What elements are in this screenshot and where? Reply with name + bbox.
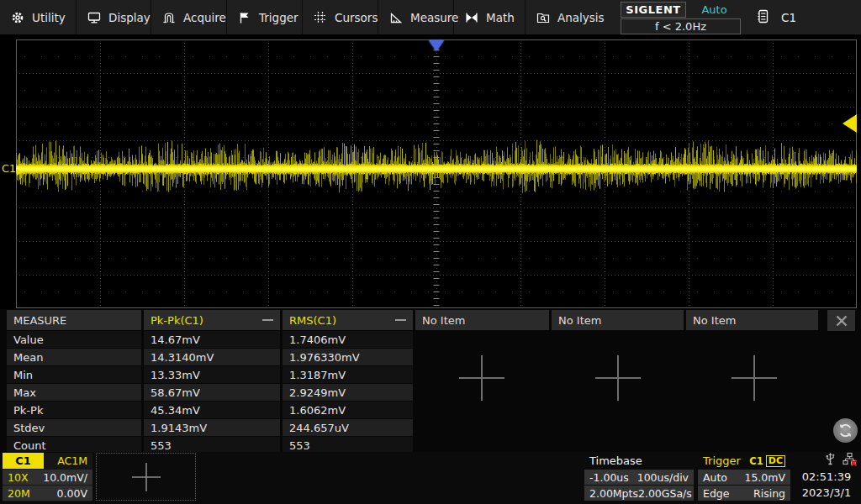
clock-time[interactable]: 02:51:39 xyxy=(794,469,859,485)
timebase-memdepth: 2.00Mpts xyxy=(589,487,638,500)
measure-title: MEASURE xyxy=(7,310,141,330)
acquisition-mode-badge[interactable]: Auto xyxy=(688,2,741,18)
clipboard-icon xyxy=(756,9,769,26)
acquire-icon xyxy=(162,11,176,24)
measure-column-rms-label: RMS(C1) xyxy=(289,314,336,327)
channel-1-header: C1 AC1M xyxy=(3,453,92,469)
timebase-delay: -1.00us xyxy=(589,471,629,484)
menu-math[interactable]: Math xyxy=(454,0,526,34)
stat-value: 2.9249mV xyxy=(283,384,413,401)
measure-column-pkpk-label: Pk-Pk(C1) xyxy=(151,314,203,327)
menu-analysis-label: Analysis xyxy=(557,11,605,24)
menu-analysis[interactable]: Analysis xyxy=(526,0,614,34)
stat-label: Pk-Pk xyxy=(7,402,141,418)
plus-icon xyxy=(457,354,506,402)
clock-date[interactable]: 2023/3/1 xyxy=(794,485,859,501)
measure-column-empty-2[interactable]: No Item xyxy=(552,310,684,330)
stat-value: 14.67mV xyxy=(144,331,280,348)
usb-icon[interactable] xyxy=(824,452,837,470)
active-channel-indicator[interactable]: C1 xyxy=(756,0,796,34)
channel-offset-marker[interactable]: C1 xyxy=(2,162,22,175)
trigger-level-marker[interactable] xyxy=(843,114,857,133)
menu-cursors-label: Cursors xyxy=(335,11,378,24)
measure-column-pkpk[interactable]: Pk-Pk(C1) xyxy=(144,310,280,330)
channel-1-bandwidth: 20M xyxy=(8,487,30,500)
measure-column-empty-3[interactable]: No Item xyxy=(686,310,818,330)
display-icon xyxy=(87,11,101,24)
stat-value: 1.6062mV xyxy=(283,402,413,418)
timebase-descriptor[interactable]: Timebase -1.00us 100us/div 2.00Mpts 2.00… xyxy=(584,453,694,501)
menu-math-label: Math xyxy=(486,11,515,24)
measure-column-rms[interactable]: RMS(C1) xyxy=(283,310,413,330)
plus-icon xyxy=(129,460,163,494)
trigger-title-row: Trigger C1 DC xyxy=(698,453,790,469)
add-measure-slot-2[interactable] xyxy=(593,353,643,403)
close-measure-button[interactable] xyxy=(827,310,855,331)
trigger-slope: Rising xyxy=(753,487,785,500)
scope-display: C1 xyxy=(0,36,861,309)
menu-cursors[interactable]: Cursors xyxy=(303,0,378,34)
channel-1-offset: 0.00V xyxy=(57,487,87,500)
lan-disconnected-icon[interactable] xyxy=(843,452,857,470)
channel-1-coupling: AC1M xyxy=(44,454,92,467)
flag-icon xyxy=(238,11,251,24)
timebase-title: Timebase xyxy=(584,453,694,469)
stat-value: 1.7406mV xyxy=(283,331,413,348)
trigger-descriptor[interactable]: Trigger C1 DC Auto 15.0mV Edge Rising xyxy=(698,453,790,501)
menu-trigger-label: Trigger xyxy=(259,11,298,24)
analysis-icon xyxy=(536,11,550,24)
trigger-mode: Auto xyxy=(703,471,727,484)
trigger-source: C1 DC xyxy=(749,455,785,467)
bottom-status-bar: C1 AC1M 10X 10.0mV/ 20M 0.00V Timebase -… xyxy=(0,452,861,504)
menu-measure-label: Measure xyxy=(410,11,458,24)
trigger-frequency-readout: f < 2.0Hz xyxy=(621,18,741,34)
stat-value: 1.9143mV xyxy=(144,419,280,436)
stat-label: Count xyxy=(7,437,141,454)
stat-value: 1.3187mV xyxy=(283,366,413,383)
trigger-type: Edge xyxy=(703,487,729,500)
brand-status-group: SIGLENT Auto f < 2.0Hz xyxy=(621,2,741,34)
measure-panel: MEASURE Pk-Pk(C1) RMS(C1) No Item No Ite… xyxy=(0,309,861,452)
measure-table-header: MEASURE Pk-Pk(C1) RMS(C1) No Item No Ite… xyxy=(7,310,818,330)
add-measure-slot-1[interactable] xyxy=(457,353,507,403)
channel-1-descriptor[interactable]: C1 AC1M 10X 10.0mV/ 20M 0.00V xyxy=(3,453,92,501)
trigger-title: Trigger xyxy=(703,454,741,467)
stat-label: Stdev xyxy=(7,419,141,436)
menu-measure[interactable]: Measure xyxy=(378,0,454,34)
waveform-trace-c1[interactable] xyxy=(16,39,857,308)
table-row: Value 14.67mV 1.7406mV xyxy=(7,331,818,348)
menu-utility-label: Utility xyxy=(32,11,66,24)
channel-offset-arrow-icon xyxy=(17,169,22,176)
menu-display-label: Display xyxy=(108,11,151,24)
menu-display[interactable]: Display xyxy=(77,0,151,34)
channel-1-scale: 10.0mV/ xyxy=(43,471,87,484)
trigger-coupling-chip: DC xyxy=(766,455,785,467)
channel-1-badge[interactable]: C1 xyxy=(3,453,44,469)
trigger-row-1: Auto 15.0mV xyxy=(698,470,790,485)
measure-column-empty-1[interactable]: No Item xyxy=(415,310,549,330)
table-row: Stdev 1.9143mV 244.657uV xyxy=(7,419,818,436)
stat-value: 1.976330mV xyxy=(283,349,413,365)
table-row: Min 13.33mV 1.3187mV xyxy=(7,366,818,383)
table-row: Count 553 553 xyxy=(7,437,818,454)
channel-1-probe: 10X xyxy=(8,471,28,484)
timebase-row-2: 2.00Mpts 2.00GSa/s xyxy=(584,486,694,501)
add-channel-box[interactable] xyxy=(96,453,196,501)
timebase-scale: 100us/div xyxy=(637,471,689,484)
remove-measure-icon[interactable] xyxy=(262,319,273,321)
refresh-icon xyxy=(837,422,854,439)
menu-trigger[interactable]: Trigger xyxy=(227,0,303,34)
stat-value: 45.34mV xyxy=(144,402,280,418)
stat-value: 553 xyxy=(144,437,280,454)
timebase-row-1: -1.00us 100us/div xyxy=(584,470,694,485)
gesture-recycle-button[interactable] xyxy=(833,418,858,443)
trigger-position-marker[interactable] xyxy=(429,40,444,51)
channel-1-offset-row: 20M 0.00V xyxy=(3,486,92,501)
remove-measure-icon[interactable] xyxy=(395,319,406,321)
add-measure-slot-3[interactable] xyxy=(729,353,779,403)
menu-acquire[interactable]: Acquire xyxy=(151,0,227,34)
cursors-icon xyxy=(314,11,327,24)
trigger-level: 15.0mV xyxy=(744,471,785,484)
menu-utility[interactable]: Utility xyxy=(0,0,77,34)
stat-label: Max xyxy=(7,384,141,401)
